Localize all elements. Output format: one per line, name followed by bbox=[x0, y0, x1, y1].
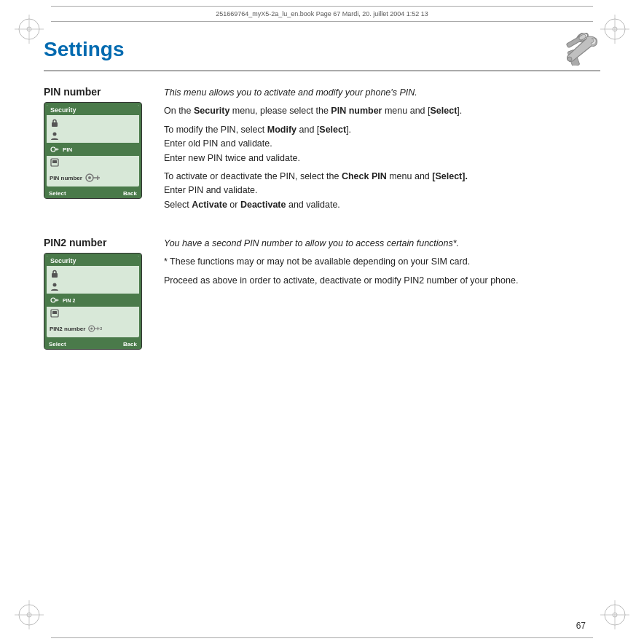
phone-menu-items-pin2: PIN 2 bbox=[47, 266, 139, 321]
phone-mock-pin2: Security bbox=[44, 253, 142, 350]
svg-point-27 bbox=[88, 176, 91, 179]
pin-para-3: To activate or deactivate the PIN, selec… bbox=[164, 170, 600, 212]
sim-icon bbox=[50, 157, 60, 168]
phone-pin2-label: PIN2 number bbox=[50, 326, 85, 332]
svg-point-23 bbox=[51, 147, 55, 152]
phone-pin-row: PIN number bbox=[47, 170, 139, 186]
phone-pin2-row: PIN2 number 2 bbox=[47, 321, 139, 337]
pin-number-section: PIN number Security bbox=[44, 86, 600, 216]
pin-number-heading: PIN number bbox=[44, 86, 149, 98]
page-number: 67 bbox=[576, 621, 586, 631]
person-icon bbox=[50, 131, 60, 141]
svg-point-20 bbox=[568, 57, 572, 61]
phone-menu-item-sim2 bbox=[47, 307, 139, 320]
pin2-number-section-right: You have a second PIN number to allow yo… bbox=[164, 237, 600, 350]
svg-point-29 bbox=[53, 283, 57, 287]
svg-rect-32 bbox=[52, 311, 57, 314]
phone-back-btn-pin2[interactable]: Back bbox=[123, 341, 137, 347]
phone-menu-item-person2 bbox=[47, 156, 139, 169]
phone-select-btn-pin2[interactable]: Select bbox=[49, 341, 66, 347]
phone-pin-label: PIN number bbox=[50, 175, 82, 181]
pin2-desc-italic: You have a second PIN number to allow yo… bbox=[164, 237, 600, 251]
person-icon-2 bbox=[50, 282, 60, 292]
pin-key-icon bbox=[85, 172, 101, 184]
pin2-para-1: * These functions may or may not be avai… bbox=[164, 255, 600, 269]
svg-text:2: 2 bbox=[101, 327, 103, 331]
svg-rect-25 bbox=[52, 160, 57, 163]
corner-decoration-tl bbox=[15, 15, 44, 44]
pin-para-1: On the Security menu, please select the … bbox=[164, 104, 600, 118]
svg-rect-28 bbox=[52, 273, 58, 278]
wrench-icon bbox=[560, 33, 600, 66]
phone-menu-item-person1-2 bbox=[47, 280, 139, 294]
top-bar: 251669764_myX5-2a_lu_en.book Page 67 Mar… bbox=[51, 6, 593, 22]
svg-rect-21 bbox=[52, 122, 58, 127]
phone-back-btn-pin[interactable]: Back bbox=[123, 190, 137, 197]
page-title: Settings bbox=[44, 33, 600, 71]
phone-menu-item-pin2-active: PIN 2 bbox=[47, 294, 139, 307]
phone-menu-item-lock bbox=[47, 117, 139, 130]
phone-mock-pin: Security bbox=[44, 102, 142, 199]
pin2-number-heading: PIN2 number bbox=[44, 237, 149, 248]
phone-bottom-bar-pin2[interactable]: Select Back bbox=[44, 339, 141, 349]
top-bar-text: 251669764_myX5-2a_lu_en.book Page 67 Mar… bbox=[216, 10, 428, 17]
phone-select-btn-pin[interactable]: Select bbox=[49, 190, 66, 197]
phone-title-bar-pin2: Security bbox=[47, 256, 139, 266]
phone-screen-pin: Security bbox=[47, 105, 139, 186]
svg-point-30 bbox=[51, 298, 55, 302]
phone-bottom-bar-pin[interactable]: Select Back bbox=[44, 189, 141, 198]
corner-decoration-tr bbox=[600, 15, 629, 44]
pin2-key-icon: 2 bbox=[88, 323, 104, 334]
pin-number-section-left: PIN number Security bbox=[44, 86, 149, 216]
pin-para-2: To modify the PIN, select Modify and [Se… bbox=[164, 123, 600, 165]
svg-point-22 bbox=[53, 133, 57, 136]
lock-icon bbox=[50, 118, 60, 128]
bottom-bar bbox=[51, 637, 593, 638]
pin2-number-section-left: PIN2 number Security bbox=[44, 237, 149, 350]
svg-point-34 bbox=[90, 327, 93, 329]
pin2-number-section: PIN2 number Security bbox=[44, 237, 600, 350]
phone-screen-pin2: Security bbox=[47, 256, 139, 337]
phone-title-bar-pin: Security bbox=[47, 105, 139, 115]
pin2-para-2: Proceed as above in order to activate, d… bbox=[164, 274, 600, 288]
page-title-text: Settings bbox=[44, 38, 124, 61]
sim-icon-2 bbox=[50, 308, 60, 318]
phone-menu-item-pin-active: PIN bbox=[47, 143, 139, 156]
key-icon-active bbox=[50, 144, 60, 154]
phone-menu-items-pin: PIN bbox=[47, 115, 139, 170]
phone-menu-item-lock2 bbox=[47, 267, 139, 280]
pin-number-section-right: This menu allows you to activate and mod… bbox=[164, 86, 600, 216]
corner-decoration-br bbox=[600, 600, 629, 629]
lock-icon-2 bbox=[50, 269, 60, 279]
main-content: Settings PIN number Security bbox=[44, 33, 600, 611]
corner-decoration-bl bbox=[15, 600, 44, 629]
pin-desc-italic: This menu allows you to activate and mod… bbox=[164, 86, 600, 100]
phone-menu-item-person1 bbox=[47, 130, 139, 143]
key-icon-2-active bbox=[50, 295, 60, 305]
